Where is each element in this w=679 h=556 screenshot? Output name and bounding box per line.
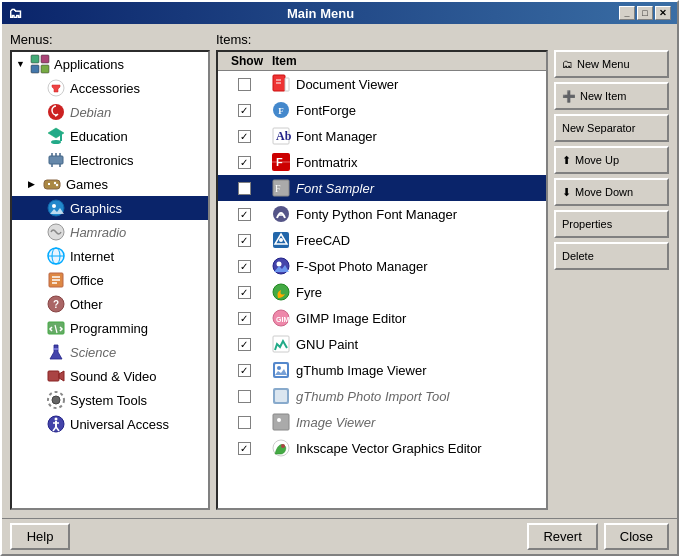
office-label: Office bbox=[70, 273, 204, 288]
move-up-button[interactable]: ⬆ Move Up bbox=[554, 146, 669, 174]
new-item-icon: ➕ bbox=[562, 90, 576, 103]
name-fspot: F-Spot Photo Manager bbox=[296, 259, 542, 274]
sidebar-item-education[interactable]: Education bbox=[12, 124, 208, 148]
expand-arrow: ▼ bbox=[16, 59, 26, 69]
menus-list[interactable]: ▼ Applications bbox=[10, 50, 210, 510]
svg-rect-3 bbox=[41, 65, 49, 73]
item-row-gthumb-import[interactable]: gThumb Photo Import Tool bbox=[218, 383, 546, 409]
new-item-button[interactable]: ➕ New Item bbox=[554, 82, 669, 110]
item-row-fonty-python[interactable]: Fonty Python Font Manager bbox=[218, 201, 546, 227]
sidebar-item-programming[interactable]: Programming bbox=[12, 316, 208, 340]
check-fontforge[interactable] bbox=[238, 104, 251, 117]
sidebar-item-hamradio[interactable]: Hamradio bbox=[12, 220, 208, 244]
icon-gthumb-import bbox=[270, 385, 292, 407]
sidebar-item-sound-video[interactable]: Sound & Video bbox=[12, 364, 208, 388]
svg-point-64 bbox=[277, 262, 282, 267]
check-image-viewer[interactable] bbox=[238, 416, 251, 429]
sidebar-item-applications[interactable]: ▼ Applications bbox=[12, 52, 208, 76]
items-list-container[interactable]: Show Item bbox=[216, 50, 548, 510]
svg-point-65 bbox=[273, 284, 289, 300]
check-doc-viewer[interactable] bbox=[238, 78, 251, 91]
app-icon: 🗂 bbox=[8, 5, 22, 21]
sidebar-item-games[interactable]: ▶ Games bbox=[12, 172, 208, 196]
check-fonty-python[interactable] bbox=[238, 208, 251, 221]
svg-text:GIMP: GIMP bbox=[276, 316, 291, 323]
icon-fonty-python bbox=[270, 203, 292, 225]
sidebar-item-other[interactable]: ? Other bbox=[12, 292, 208, 316]
help-button[interactable]: Help bbox=[10, 523, 70, 550]
close-button[interactable]: Close bbox=[604, 523, 669, 550]
hamradio-label: Hamradio bbox=[70, 225, 204, 240]
svg-point-18 bbox=[54, 182, 56, 184]
window-title: Main Menu bbox=[22, 6, 619, 21]
svg-point-62 bbox=[279, 238, 283, 242]
icon-doc-viewer bbox=[270, 73, 292, 95]
other-label: Other bbox=[70, 297, 204, 312]
debian-label: Debian bbox=[70, 105, 204, 120]
sidebar-item-accessories[interactable]: Accessories bbox=[12, 76, 208, 100]
svg-point-37 bbox=[52, 396, 60, 404]
revert-button[interactable]: Revert bbox=[527, 523, 597, 550]
item-row-font-manager[interactable]: Ab Font Manager bbox=[218, 123, 546, 149]
new-menu-button[interactable]: 🗂 New Menu bbox=[554, 50, 669, 78]
sidebar-item-internet[interactable]: Internet bbox=[12, 244, 208, 268]
name-gnu-paint: GNU Paint bbox=[296, 337, 542, 352]
icon-gthumb bbox=[270, 359, 292, 381]
move-down-button[interactable]: ⬇ Move Down bbox=[554, 178, 669, 206]
item-row-fspot[interactable]: F-Spot Photo Manager bbox=[218, 253, 546, 279]
check-freecad[interactable] bbox=[238, 234, 251, 247]
icon-gimp: GIMP bbox=[270, 307, 292, 329]
check-gthumb-import[interactable] bbox=[238, 390, 251, 403]
item-row-freecad[interactable]: FreeCAD bbox=[218, 227, 546, 253]
svg-point-75 bbox=[277, 418, 281, 422]
item-row-image-viewer[interactable]: Image Viewer bbox=[218, 409, 546, 435]
sidebar-item-graphics[interactable]: Graphics bbox=[12, 196, 208, 220]
item-row-fontmatrix[interactable]: F Fontmatrix bbox=[218, 149, 546, 175]
sidebar-item-system-tools[interactable]: System Tools bbox=[12, 388, 208, 412]
sidebar-item-office[interactable]: Office bbox=[12, 268, 208, 292]
move-up-icon: ⬆ bbox=[562, 154, 571, 167]
education-label: Education bbox=[70, 129, 204, 144]
item-row-fontforge[interactable]: F FontForge bbox=[218, 97, 546, 123]
right-buttons: Revert Close bbox=[527, 523, 669, 550]
sidebar-item-science[interactable]: Science bbox=[12, 340, 208, 364]
check-font-manager[interactable] bbox=[238, 130, 251, 143]
check-fyre[interactable] bbox=[238, 286, 251, 299]
debian-icon bbox=[46, 102, 66, 122]
sidebar-item-debian[interactable]: Debian bbox=[12, 100, 208, 124]
check-gthumb[interactable] bbox=[238, 364, 251, 377]
item-row-fyre[interactable]: Fyre bbox=[218, 279, 546, 305]
sidebar-item-electronics[interactable]: Electronics bbox=[12, 148, 208, 172]
item-row-doc-viewer[interactable]: Document Viewer bbox=[218, 71, 546, 97]
item-row-gimp[interactable]: GIMP GIMP Image Editor bbox=[218, 305, 546, 331]
col-item-header: Item bbox=[272, 54, 542, 68]
close-button[interactable]: ✕ bbox=[655, 6, 671, 20]
svg-rect-73 bbox=[275, 390, 287, 402]
properties-button[interactable]: Properties bbox=[554, 210, 669, 238]
accessories-label: Accessories bbox=[70, 81, 204, 96]
svg-text:F: F bbox=[278, 106, 284, 116]
checkbox-doc-viewer[interactable] bbox=[222, 78, 266, 91]
item-row-font-sampler[interactable]: F Font Sampler bbox=[218, 175, 546, 201]
item-row-gthumb[interactable]: gThumb Image Viewer bbox=[218, 357, 546, 383]
item-row-gnu-paint[interactable]: GNU Paint bbox=[218, 331, 546, 357]
svg-text:?: ? bbox=[53, 299, 59, 310]
check-inkscape[interactable] bbox=[238, 442, 251, 455]
name-fontmatrix: Fontmatrix bbox=[296, 155, 542, 170]
check-gnu-paint[interactable] bbox=[238, 338, 251, 351]
name-inkscape: Inkscape Vector Graphics Editor bbox=[296, 441, 542, 456]
item-row-inkscape[interactable]: Inkscape Vector Graphics Editor bbox=[218, 435, 546, 461]
office-icon bbox=[46, 270, 66, 290]
icon-freecad bbox=[270, 229, 292, 251]
new-separator-button[interactable]: New Separator bbox=[554, 114, 669, 142]
minimize-button[interactable]: _ bbox=[619, 6, 635, 20]
delete-button[interactable]: Delete bbox=[554, 242, 669, 270]
check-gimp[interactable] bbox=[238, 312, 251, 325]
maximize-button[interactable]: □ bbox=[637, 6, 653, 20]
games-label: Games bbox=[66, 177, 204, 192]
sidebar-item-universal-access[interactable]: Universal Access bbox=[12, 412, 208, 436]
check-fontmatrix[interactable] bbox=[238, 156, 251, 169]
check-fspot[interactable] bbox=[238, 260, 251, 273]
games-icon bbox=[42, 174, 62, 194]
check-font-sampler[interactable] bbox=[238, 182, 251, 195]
